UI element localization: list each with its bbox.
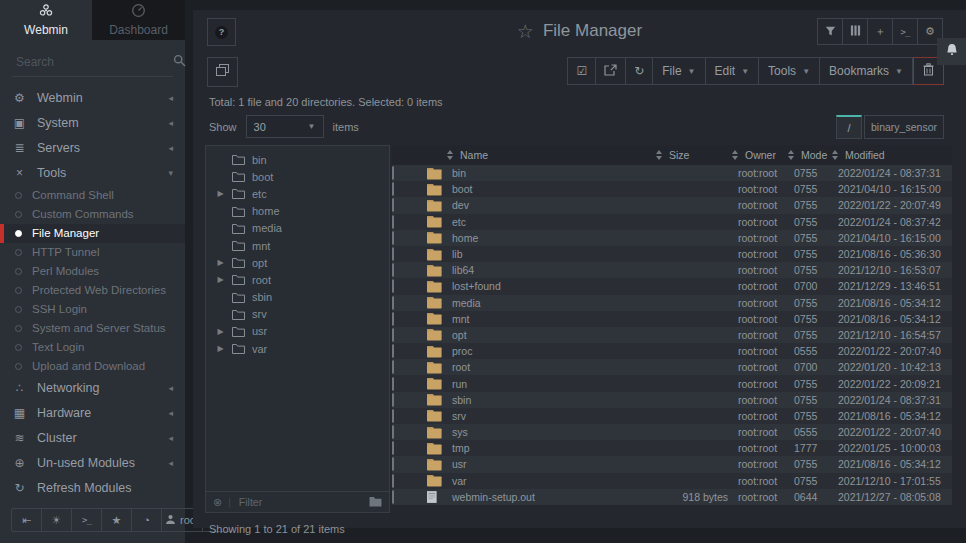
file-name[interactable]: media: [452, 297, 632, 309]
filter-button[interactable]: [818, 19, 843, 44]
sidebar-category-servers[interactable]: ≣Servers◂: [0, 136, 185, 161]
tree-filter-input[interactable]: [237, 495, 363, 509]
file-name[interactable]: usr: [452, 458, 632, 470]
stats-button[interactable]: ◔: [132, 509, 162, 531]
tree-item-mnt[interactable]: mnt: [206, 237, 389, 254]
sidebar-item-perl-modules[interactable]: Perl Modules: [0, 262, 185, 281]
row-checkbox[interactable]: [392, 182, 394, 196]
column-header-size[interactable]: Size: [632, 145, 732, 165]
tree-item-home[interactable]: home: [206, 203, 389, 220]
row-checkbox[interactable]: [392, 441, 394, 455]
tree-item-etc[interactable]: ▶etc: [206, 185, 389, 202]
table-row[interactable]: mntroot:root07552021/08/16 - 05:34:12: [392, 311, 952, 327]
file-name[interactable]: sbin: [452, 394, 632, 406]
tools-menu-button[interactable]: Tools▼: [759, 58, 820, 84]
tree-item-boot[interactable]: boot: [206, 168, 389, 185]
tree-item-media[interactable]: media: [206, 220, 389, 237]
tab-webmin[interactable]: Webmin: [0, 0, 92, 40]
favorite-star-icon[interactable]: ☆: [517, 22, 534, 41]
bookmarks-menu-button[interactable]: Bookmarks▼: [820, 58, 913, 84]
table-row[interactable]: sbinroot:root07552022/01/24 - 08:37:31: [392, 392, 952, 408]
tree-item-root[interactable]: ▶root: [206, 271, 389, 288]
sidebar-item-custom-commands[interactable]: Custom Commands: [0, 205, 185, 224]
row-checkbox[interactable]: [392, 360, 394, 374]
file-name[interactable]: webmin-setup.out: [452, 491, 632, 503]
table-row[interactable]: srvroot:root07552021/08/16 - 05:34:12: [392, 408, 952, 424]
table-row[interactable]: rootroot:root07002022/01/20 - 10:42:13: [392, 359, 952, 375]
row-checkbox[interactable]: [392, 279, 394, 293]
row-checkbox[interactable]: [392, 247, 394, 261]
tree-item-sbin[interactable]: sbin: [206, 289, 389, 306]
path-query-box[interactable]: binary_sensor: [864, 115, 944, 139]
expand-arrow-icon[interactable]: ▶: [216, 189, 225, 198]
expand-arrow-icon[interactable]: ▶: [216, 275, 225, 284]
collapse-sidebar-button[interactable]: ⇤: [12, 509, 42, 531]
column-header-modified[interactable]: Modified: [832, 145, 952, 165]
file-name[interactable]: mnt: [452, 313, 632, 325]
add-button[interactable]: ＋: [868, 19, 893, 44]
row-checkbox[interactable]: [392, 490, 394, 504]
table-row[interactable]: etcroot:root07552022/01/24 - 08:37:42: [392, 214, 952, 230]
notifications-button[interactable]: [937, 38, 966, 65]
clear-filter-icon[interactable]: ⊗: [213, 496, 222, 509]
tree-item-srv[interactable]: srv: [206, 306, 389, 323]
favorites-button[interactable]: ★: [102, 509, 132, 531]
table-row[interactable]: libroot:root07552021/08/16 - 05:36:30: [392, 246, 952, 262]
tree-item-bin[interactable]: bin: [206, 151, 389, 168]
table-row[interactable]: devroot:root07552022/01/22 - 20:07:49: [392, 197, 952, 213]
terminal-button[interactable]: >_: [72, 509, 102, 531]
sidebar-item-protected-web-directories[interactable]: Protected Web Directories: [0, 281, 185, 300]
column-header-mode[interactable]: Mode: [788, 145, 832, 165]
row-checkbox[interactable]: [392, 166, 394, 180]
file-name[interactable]: opt: [452, 329, 632, 341]
row-checkbox[interactable]: [392, 377, 394, 391]
tree-item-usr[interactable]: ▶usr: [206, 323, 389, 340]
edit-menu-button[interactable]: Edit▼: [706, 58, 760, 84]
sidebar-item-file-manager[interactable]: File Manager: [0, 224, 185, 243]
show-count-select[interactable]: 30 ▼: [246, 115, 324, 138]
sidebar-category-networking[interactable]: ∴Networking◂: [0, 376, 185, 401]
expand-arrow-icon[interactable]: ▶: [216, 258, 225, 267]
sidebar-item-ssh-login[interactable]: SSH Login: [0, 300, 185, 319]
file-name[interactable]: srv: [452, 410, 632, 422]
sidebar-category-cluster[interactable]: ≋Cluster◂: [0, 426, 185, 451]
sidebar-category-refresh-modules[interactable]: ↻Refresh Modules: [0, 476, 185, 501]
file-name[interactable]: bin: [452, 167, 632, 179]
refresh-button[interactable]: ↻: [626, 58, 653, 84]
file-menu-button[interactable]: File▼: [653, 58, 705, 84]
expand-arrow-icon[interactable]: ▶: [216, 327, 225, 336]
file-name[interactable]: etc: [452, 216, 632, 228]
row-checkbox[interactable]: [392, 328, 394, 342]
row-checkbox[interactable]: [392, 474, 394, 488]
file-name[interactable]: lib: [452, 248, 632, 260]
column-header-name[interactable]: Name: [392, 145, 632, 165]
row-checkbox[interactable]: [392, 215, 394, 229]
theme-button[interactable]: ☀: [42, 509, 72, 531]
file-name[interactable]: var: [452, 475, 632, 487]
file-name[interactable]: lib64: [452, 264, 632, 276]
sidebar-category-un-used-modules[interactable]: ⊕Un-used Modules◂: [0, 451, 185, 476]
sidebar-item-upload-and-download[interactable]: Upload and Download: [0, 357, 185, 376]
table-row[interactable]: varroot:root07552021/12/10 - 17:01:55: [392, 473, 952, 489]
sidebar-item-text-login[interactable]: Text Login: [0, 338, 185, 357]
file-name[interactable]: root: [452, 361, 632, 373]
new-window-button[interactable]: [207, 57, 238, 87]
row-checkbox[interactable]: [392, 296, 394, 310]
file-name[interactable]: boot: [452, 183, 632, 195]
file-name[interactable]: run: [452, 378, 632, 390]
file-name[interactable]: dev: [452, 199, 632, 211]
row-checkbox[interactable]: [392, 231, 394, 245]
sidebar-category-hardware[interactable]: ▦Hardware◂: [0, 401, 185, 426]
path-root-button[interactable]: /: [836, 115, 862, 139]
folder-icon[interactable]: [369, 493, 382, 511]
tab-dashboard[interactable]: Dashboard: [92, 0, 185, 40]
table-row[interactable]: binroot:root07552022/01/24 - 08:37:31: [392, 165, 952, 181]
sidebar-category-tools[interactable]: ×Tools▾: [0, 161, 185, 186]
row-checkbox[interactable]: [392, 393, 394, 407]
row-checkbox[interactable]: [392, 409, 394, 423]
file-name[interactable]: tmp: [452, 442, 632, 454]
file-name[interactable]: home: [452, 232, 632, 244]
sidebar-item-command-shell[interactable]: Command Shell: [0, 186, 185, 205]
tree-item-opt[interactable]: ▶opt: [206, 254, 389, 271]
open-in-new-button[interactable]: [596, 58, 626, 84]
